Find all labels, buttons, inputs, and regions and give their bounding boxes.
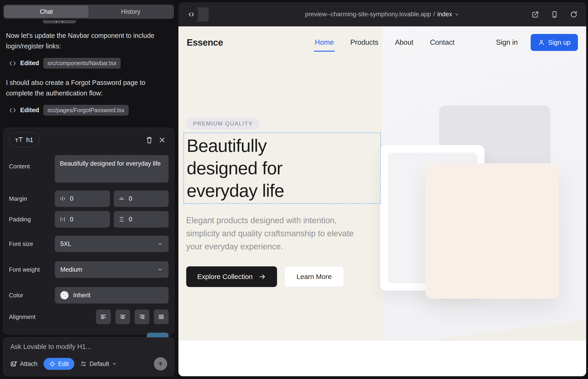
nav-link-about[interactable]: About (395, 38, 414, 47)
margin-y-value: 0 (129, 195, 132, 202)
selected-element-pill[interactable]: h1 (9, 133, 39, 147)
chevron-down-icon (112, 361, 117, 366)
explore-collection-label: Explore Collection (197, 273, 253, 281)
font-size-value: 5XL (60, 240, 71, 248)
type-icon (15, 137, 23, 143)
code-preview-toggle[interactable] (184, 7, 209, 22)
align-right-icon (139, 313, 145, 320)
margin-x-value: 0 (70, 195, 73, 202)
mode-select[interactable]: Default (80, 360, 117, 367)
sign-up-button[interactable]: Sign up (531, 34, 578, 51)
edited-file-row: Edited src/components/Navbar.tsx (9, 58, 172, 69)
edit-mode-chip[interactable]: Edit (44, 358, 75, 370)
edited-label: Edited (20, 60, 39, 67)
composer-input[interactable] (10, 343, 167, 353)
close-icon (159, 137, 166, 143)
refresh-button[interactable] (567, 8, 580, 21)
code-icon (188, 11, 194, 18)
preview-browser-window: preview--charming-site-symphony.lovable.… (178, 2, 586, 376)
margin-x-input[interactable]: 0 (55, 190, 110, 207)
edited-label: Edited (20, 107, 39, 114)
attach-button[interactable]: Attach (10, 360, 38, 367)
chat-composer: Attach Edit Default (3, 337, 174, 376)
send-button[interactable] (154, 357, 167, 371)
margin-y-input[interactable]: 0 (114, 190, 169, 207)
sign-in-button[interactable]: Sign in (496, 38, 518, 47)
decor-card-cream (425, 163, 559, 299)
h1-selection-outline[interactable]: Beautifully designed for everyday life (184, 133, 381, 204)
mode-label: Default (90, 360, 109, 367)
font-weight-select[interactable]: Medium (55, 261, 169, 278)
edited-file-badge[interactable]: src/pages/ForgotPassword.tsx (43, 105, 129, 116)
premium-quality-badge: PREMIUM QUALITY (186, 117, 260, 130)
tab-history[interactable]: History (89, 5, 173, 18)
nav-link-contact[interactable]: Contact (430, 38, 454, 47)
delete-element-button[interactable] (143, 134, 156, 146)
arrow-right-icon (259, 273, 266, 280)
padding-x-icon (59, 216, 66, 222)
font-size-select[interactable]: 5XL (55, 236, 169, 252)
align-left-button[interactable] (96, 310, 111, 324)
mobile-view-button[interactable] (548, 8, 561, 21)
element-tag-label: h1 (26, 136, 33, 144)
url-separator: / (433, 11, 435, 18)
align-right-button[interactable] (135, 310, 149, 324)
hero-description: Elegant products designed with intention… (186, 214, 370, 253)
nav-link-home[interactable]: Home (315, 38, 334, 47)
attach-image-icon (10, 360, 17, 367)
padding-y-input[interactable]: 0 (114, 211, 169, 228)
chevron-down-icon (454, 12, 459, 17)
code-icon (9, 60, 16, 67)
color-label: Color (9, 292, 55, 299)
learn-more-button[interactable]: Learn More (284, 266, 344, 287)
url-path: index (437, 11, 452, 18)
refresh-icon (570, 11, 578, 18)
padding-x-input[interactable]: 0 (55, 211, 110, 228)
align-left-icon (100, 313, 107, 320)
hero-heading-line: designed for (187, 157, 284, 179)
font-size-label: Font size (9, 240, 55, 248)
open-in-new-tab-button[interactable] (529, 8, 542, 21)
user-icon (538, 39, 545, 46)
color-swatch (60, 291, 69, 300)
close-panel-button[interactable] (156, 134, 169, 146)
font-weight-value: Medium (60, 266, 82, 273)
url-bar[interactable]: preview--charming-site-symphony.lovable.… (178, 2, 586, 26)
explore-collection-button[interactable]: Explore Collection (186, 266, 277, 287)
chat-messages: Now let's update the Navbar component to… (6, 30, 172, 124)
site-navbar: Essence Home Products About Contact Sign… (178, 26, 586, 59)
lovable-sidebar: Chat History Now let's update the Navbar… (0, 0, 178, 379)
align-center-button[interactable] (115, 310, 130, 324)
edited-file-badge[interactable]: src/components/Navbar.tsx (43, 58, 121, 69)
arrow-up-icon (157, 361, 164, 367)
color-select[interactable]: Inherit (55, 287, 169, 303)
assistant-message: Now let's update the Navbar component to… (6, 30, 172, 51)
hero-heading-line: everyday life (187, 179, 284, 202)
browser-topbar: preview--charming-site-symphony.lovable.… (178, 2, 586, 26)
margin-x-icon (59, 195, 66, 202)
padding-y-icon (118, 216, 125, 222)
content-label: Content (9, 155, 55, 170)
alignment-label: Alignment (9, 313, 55, 320)
margin-y-icon (118, 195, 125, 202)
site-content: Essence Home Products About Contact Sign… (178, 26, 586, 376)
edit-target-icon (49, 361, 56, 367)
element-editor-panel: h1 Content Beautifully designed for ever… (3, 128, 174, 334)
padding-y-value: 0 (129, 216, 132, 223)
font-weight-label: Font weight (9, 266, 55, 273)
chevron-down-icon (157, 241, 163, 247)
color-value: Inherit (73, 292, 90, 299)
padding-label: Padding (9, 216, 55, 223)
code-view-segment[interactable] (184, 7, 198, 22)
padding-x-value: 0 (70, 216, 73, 223)
site-logo[interactable]: Essence (187, 37, 223, 48)
content-input[interactable]: Beautifully designed for everyday life (55, 155, 169, 183)
tab-chat[interactable]: Chat (4, 5, 89, 18)
assistant-message: I should also create a Forgot Password p… (6, 77, 172, 98)
sign-up-label: Sign up (548, 39, 571, 46)
align-justify-button[interactable] (154, 310, 169, 324)
hero-heading[interactable]: Beautifully designed for everyday life (187, 134, 284, 202)
align-center-icon (119, 313, 126, 320)
attach-label: Attach (20, 360, 38, 367)
nav-link-products[interactable]: Products (350, 38, 378, 47)
